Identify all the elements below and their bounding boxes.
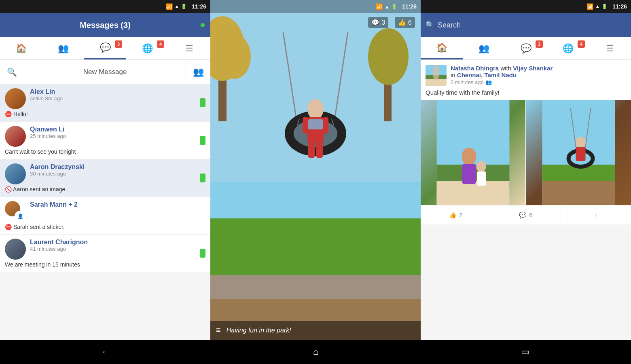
signal-icon-3: ▲ — [595, 4, 600, 9]
avatar — [5, 88, 26, 109]
error-icon: 🚫 — [5, 186, 12, 193]
tab-menu-3[interactable]: ☰ — [589, 37, 631, 59]
comment-icon: 💬 — [519, 212, 527, 219]
message-preview: ⛔ Hello! — [5, 111, 205, 117]
messages-title: Messages (3) — [80, 21, 131, 30]
svg-point-6 — [368, 28, 409, 85]
photo-status-bar: 📶 ▲ 🔋 11:26 — [210, 0, 421, 13]
search-icon: 🔍 — [7, 67, 17, 77]
group-button[interactable]: 👥 — [186, 60, 210, 84]
post-author: Natasha Dhingra with Vijay Shankar in Ch… — [451, 65, 626, 78]
wifi-icon-3: 📶 — [587, 3, 593, 10]
messages-badge-1: 3 — [115, 40, 122, 48]
more-button[interactable]: ⋮ — [561, 205, 631, 224]
message-content: Laurent Charignon 41 minutes ago — [30, 239, 205, 252]
message-content: Aaron Draczynski 30 minutes ago — [30, 163, 205, 177]
tab-messages-1[interactable]: 💬 3 — [84, 37, 126, 59]
sender-name: Laurent Charignon — [30, 239, 205, 246]
feed-screen: 📶 ▲ 🔋 11:26 🔍 🏠 👥 💬 3 🌐 — [421, 0, 631, 364]
list-item[interactable]: Qianwen Li 25 minutes ago Can't wait to … — [0, 122, 210, 159]
status-icons: 📶 ▲ 🔋 — [166, 3, 187, 10]
tab-home-1[interactable]: 🏠 — [0, 37, 42, 59]
svg-point-14 — [307, 99, 324, 119]
nav-bottom-3: ← ⌂ ▭ — [0, 340, 631, 364]
like-button[interactable]: 👍 2 — [421, 205, 491, 224]
tab-friends-3[interactable]: 👥 — [463, 37, 505, 59]
photo-caption-bar: ≡ Having fun in the park! — [210, 321, 421, 340]
tab-world-1[interactable]: 🌐 4 — [126, 37, 168, 59]
audience-icon: 👥 — [485, 79, 492, 85]
menu-icon-1: ☰ — [185, 43, 193, 54]
online-indicator — [200, 98, 205, 107]
svg-rect-17 — [323, 117, 328, 133]
svg-point-4 — [218, 34, 251, 79]
avatar-secondary: 👤 — [15, 211, 26, 222]
tab-friends-1[interactable]: 👥 — [42, 37, 84, 59]
status-bar-1: 📶 ▲ 🔋 11:26 — [0, 0, 210, 13]
avatar — [426, 65, 447, 86]
sender-name: Sarah Mann + 2 — [30, 201, 205, 208]
error-icon: ⛔ — [5, 224, 12, 230]
author-secondary: Vijay Shankar — [513, 65, 553, 72]
green-dot — [200, 98, 205, 107]
post-images — [421, 100, 631, 205]
nav-tabs-3: 🏠 👥 💬 3 🌐 4 ☰ — [421, 37, 631, 60]
message-time: 25 minutes ago — [30, 133, 205, 139]
post-text: Quality time with the family! — [426, 89, 500, 96]
home-button-3[interactable]: ⌂ — [313, 347, 318, 357]
online-indicator — [200, 174, 205, 182]
messages-header: Messages (3) — [0, 13, 210, 37]
green-dot — [200, 249, 205, 258]
time-display-3: 11:26 — [612, 3, 627, 10]
list-item[interactable]: Aaron Draczynski 30 minutes ago 🚫 Aaron … — [0, 159, 210, 197]
post-card: Natasha Dhingra with Vijay Shankar in Ch… — [421, 60, 631, 224]
new-message-label: New Message — [83, 68, 127, 76]
photo-time: 11:26 — [402, 3, 417, 10]
group-icon: 👥 — [193, 67, 204, 77]
post-actions: 👍 2 💬 6 ⋮ — [421, 205, 631, 224]
messages-screen: 📶 ▲ 🔋 11:26 Messages (3) 🏠 👥 💬 3 — [0, 0, 210, 364]
list-item[interactable]: 👤 Sarah Mann + 2 ⛔ Sarah sent a sticker. — [0, 197, 210, 235]
tab-menu-1[interactable]: ☰ — [168, 37, 210, 59]
hamburger-icon[interactable]: ≡ — [216, 326, 221, 335]
status-bar-3: 📶 ▲ 🔋 11:26 — [421, 0, 631, 13]
list-item[interactable]: Alex Lin active 8m ago ⛔ Hello! — [0, 84, 210, 122]
list-item[interactable]: Laurent Charignon 41 minutes ago We are … — [0, 235, 210, 272]
sender-name: Aaron Draczynski — [30, 163, 205, 171]
back-button-3[interactable]: ← — [102, 347, 110, 357]
tab-home-3[interactable]: 🏠 — [421, 37, 463, 59]
post-header: Natasha Dhingra with Vijay Shankar in Ch… — [421, 60, 631, 89]
more-icon: ⋮ — [593, 212, 599, 219]
tab-messages-3[interactable]: 💬 3 — [505, 37, 547, 59]
world-badge-3: 4 — [578, 40, 585, 48]
sender-name: Qianwen Li — [30, 126, 205, 133]
messages-toolbar: 🔍 New Message 👥 — [0, 60, 210, 84]
post-image-right[interactable] — [526, 100, 631, 205]
svg-rect-18 — [308, 140, 315, 158]
tab-world-3[interactable]: 🌐 4 — [547, 37, 589, 59]
photo-status-icons: 📶 ▲ 🔋 — [376, 3, 397, 10]
avatar — [5, 163, 26, 184]
like-count: 👍 6 — [395, 17, 415, 28]
online-indicator — [200, 249, 205, 258]
comment-button[interactable]: 💬 6 — [491, 205, 561, 224]
message-content: Qianwen Li 25 minutes ago — [30, 126, 205, 139]
post-body: Quality time with the family! — [421, 89, 631, 100]
wifi-icon-2: 📶 — [376, 3, 383, 10]
battery-icon-3: 🔋 — [601, 4, 608, 9]
world-icon-3: 🌐 — [563, 43, 574, 54]
message-content: Sarah Mann + 2 — [30, 201, 205, 208]
menu-icon-3: ☰ — [606, 43, 614, 54]
world-badge-1: 4 — [157, 40, 164, 48]
avatar — [5, 239, 26, 260]
search-input[interactable] — [438, 21, 626, 30]
recents-button-3[interactable]: ▭ — [521, 347, 529, 357]
message-preview: We are meeting in 15 minutes — [5, 261, 205, 268]
post-image-left[interactable] — [421, 100, 525, 205]
message-time: 30 minutes ago — [30, 171, 205, 177]
new-message-button[interactable]: New Message — [24, 60, 186, 84]
message-content: Alex Lin active 8m ago — [30, 88, 205, 102]
svg-rect-36 — [542, 181, 615, 205]
battery-icon: 🔋 — [181, 4, 187, 9]
search-button[interactable]: 🔍 — [0, 60, 24, 84]
